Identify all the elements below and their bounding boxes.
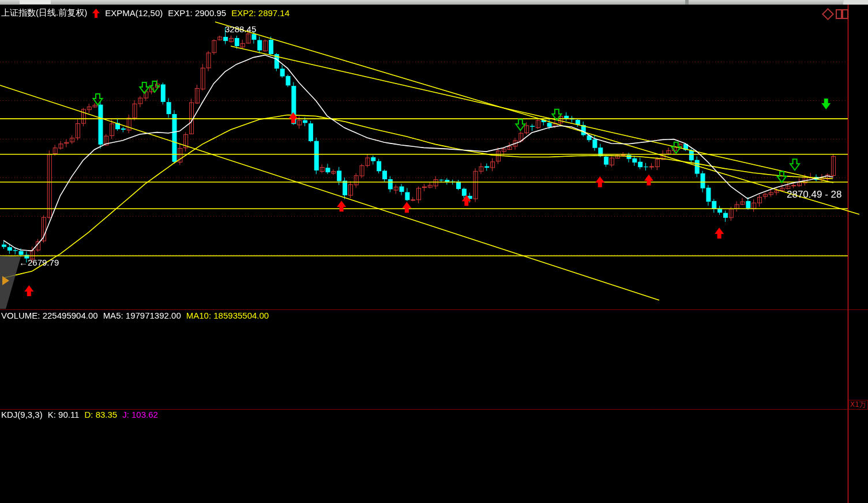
chart-canvas[interactable] [0, 0, 868, 503]
exp1-value: EXP1: 2900.95 [168, 8, 226, 18]
title-strip-highlight [20, 0, 51, 4]
up-arrow-icon [92, 9, 100, 18]
box-left-icon [836, 9, 842, 19]
kdj-k-value: K: 90.11 [48, 410, 80, 419]
trough-price-label: ←2679.79 [19, 258, 59, 267]
price-marker-label: 2870.49 - 28 [787, 189, 841, 201]
peak-price-label: 3288.45 [225, 24, 256, 34]
box-right-icon [842, 9, 848, 19]
chart-application-window: 上证指数(日线.前复权) EXPMA(12,50) EXP1: 2900.95 … [0, 0, 868, 503]
window-title-strip[interactable] [0, 0, 868, 5]
kdj-panel-header: KDJ(9,3,3) K: 90.11 D: 83.35 J: 103.62 [1, 410, 158, 419]
kdj-indicator-name[interactable]: KDJ(9,3,3) [1, 410, 43, 419]
left-marker-icon [2, 276, 9, 285]
indicator-name[interactable]: EXPMA(12,50) [105, 8, 163, 18]
exp2-value: EXP2: 2897.14 [231, 8, 290, 18]
kdj-j-value: J: 103.62 [122, 410, 158, 419]
kdj-d-value: D: 83.35 [84, 410, 117, 419]
symbol-title[interactable]: 上证指数(日线.前复权) [1, 7, 87, 18]
layout-boxes-icon[interactable] [836, 9, 848, 18]
title-strip-notch [685, 0, 689, 5]
volume-value[interactable]: VOLUME: 225495904.00 [1, 311, 98, 320]
volume-ma10-value: MA10: 185935504.00 [186, 311, 269, 320]
title-strip-cap [843, 0, 868, 5]
volume-ma5-value: MA5: 197971392.00 [103, 311, 181, 320]
main-panel-header: 上证指数(日线.前复权) EXPMA(12,50) EXP1: 2900.95 … [1, 7, 290, 18]
volume-panel-header: VOLUME: 225495904.00 MA5: 197971392.00 M… [1, 311, 269, 320]
volume-unit-label: X1万 [848, 400, 868, 410]
